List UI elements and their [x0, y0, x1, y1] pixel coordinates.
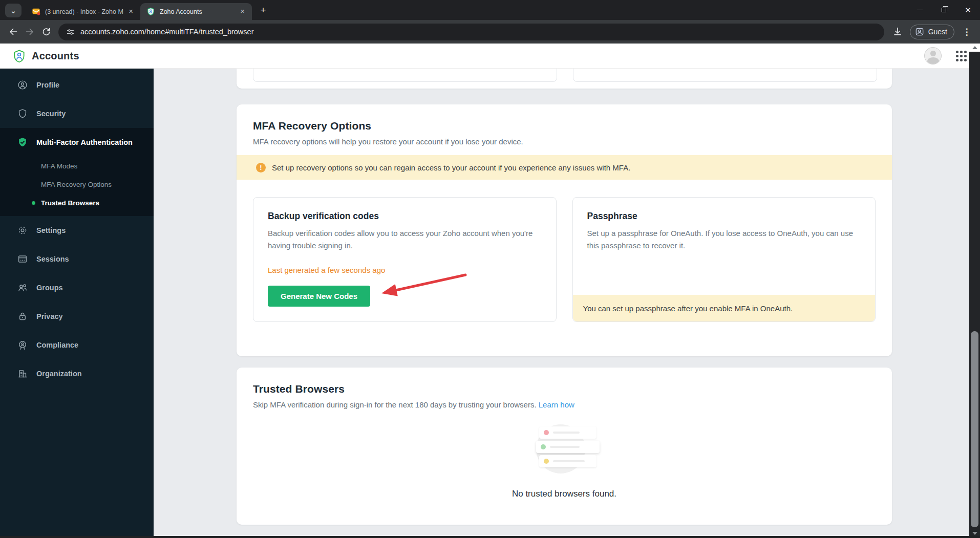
guest-profile-button[interactable]: Guest [910, 25, 954, 39]
window-maximize-button[interactable] [932, 0, 956, 20]
chevron-down-icon: ⌄ [10, 8, 17, 13]
tab-close-icon[interactable]: ✕ [238, 7, 247, 16]
sidebar-mfa-section: Multi-Factor Authentication MFA Modes MF… [0, 128, 154, 216]
forward-button[interactable] [22, 24, 38, 40]
shield-icon [17, 108, 28, 119]
card-title: Backup verification codes [268, 211, 542, 222]
browser-toolbar: accounts.zoho.com/home#multiTFA/trusted_… [0, 20, 980, 44]
page-title: Accounts [32, 50, 79, 62]
downloads-button[interactable] [889, 24, 906, 40]
scroll-down-arrow-icon[interactable] [972, 532, 977, 535]
gear-icon [17, 225, 28, 236]
url-bar[interactable]: accounts.zoho.com/home#multiTFA/trusted_… [58, 24, 884, 40]
sidebar-item-label: Multi-Factor Authentication [36, 138, 133, 146]
app-header: Accounts [0, 44, 980, 69]
card-title: Passphrase [587, 211, 861, 222]
scrolled-card-remnant [237, 69, 892, 89]
apps-grid-icon[interactable] [956, 51, 967, 61]
window-controls: ✕ [908, 0, 980, 20]
sidebar-item-security[interactable]: Security [0, 99, 154, 128]
arrow-left-icon [8, 26, 19, 37]
sidebar-item-label: Privacy [36, 312, 63, 320]
sidebar-item-label: Sessions [36, 255, 69, 263]
sidebar-item-settings[interactable]: Settings [0, 216, 154, 245]
sidebar-item-label: Trusted Browsers [41, 199, 99, 207]
new-tab-button[interactable]: + [256, 3, 270, 17]
generate-new-codes-button[interactable]: Generate New Codes [268, 286, 370, 307]
subtitle-text: Skip MFA verification during sign-in for… [253, 400, 537, 409]
sidebar-item-label: MFA Recovery Options [41, 181, 112, 188]
sidebar-item-mfa-modes[interactable]: MFA Modes [0, 157, 154, 175]
section-title: Trusted Browsers [253, 383, 876, 395]
url-text: accounts.zoho.com/home#multiTFA/trusted_… [80, 28, 253, 36]
empty-state: No trusted browsers found. [237, 423, 892, 499]
page-scrollbar[interactable] [969, 44, 980, 536]
site-settings-icon[interactable] [66, 27, 75, 37]
section-subtitle: Skip MFA verification during sign-in for… [253, 400, 876, 409]
back-button[interactable] [5, 24, 22, 40]
empty-state-text: No trusted browsers found. [237, 489, 892, 499]
mfa-recovery-options-card: MFA Recovery Options MFA recovery option… [237, 104, 892, 356]
sidebar-item-mfa-recovery-options[interactable]: MFA Recovery Options [0, 175, 154, 193]
tab-title: Zoho Accounts [160, 8, 235, 15]
sidebar-item-label: Groups [36, 284, 63, 292]
minimize-icon [917, 10, 923, 11]
tab-zoho-accounts[interactable]: Zoho Accounts ✕ [140, 3, 252, 20]
tab-zoho-mail[interactable]: (3 unread) - Inbox - Zoho Mail ( ✕ [26, 3, 140, 20]
tab-search-button[interactable]: ⌄ [5, 4, 22, 17]
tab-title: (3 unread) - Inbox - Zoho Mail ( [45, 8, 123, 15]
trusted-browsers-card: Trusted Browsers Skip MFA verification d… [237, 368, 892, 525]
card-stub [253, 69, 557, 82]
scrollbar-thumb[interactable] [971, 331, 978, 527]
sidebar-item-trusted-browsers[interactable]: Trusted Browsers [0, 193, 154, 212]
sidebar-item-groups[interactable]: Groups [0, 273, 154, 302]
warning-banner: ! Set up recovery options so you can reg… [237, 155, 892, 180]
user-avatar[interactable] [924, 47, 942, 64]
sidebar-item-label: Organization [36, 370, 82, 378]
sidebar-item-organization[interactable]: Organization [0, 359, 154, 388]
arrow-right-icon [24, 26, 35, 37]
zoho-accounts-logo-icon [12, 49, 26, 63]
browser-menu-button[interactable]: ⋮ [958, 24, 975, 40]
card-stub [573, 69, 877, 82]
passphrase-card: Passphrase Set up a passphrase for OneAu… [572, 197, 876, 322]
card-description: Set up a passphrase for OneAuth. If you … [587, 227, 861, 252]
sidebar-item-sessions[interactable]: Sessions [0, 245, 154, 273]
sidebar-item-compliance[interactable]: Compliance [0, 331, 154, 359]
section-title: MFA Recovery Options [253, 120, 876, 132]
badge-icon [17, 339, 28, 351]
sidebar-item-label: Security [36, 110, 66, 118]
scroll-up-arrow-icon[interactable] [972, 46, 977, 49]
sidebar-item-privacy[interactable]: Privacy [0, 302, 154, 331]
window-minimize-button[interactable] [908, 0, 932, 20]
zoho-mail-favicon-icon [32, 7, 40, 16]
sidebar-item-profile[interactable]: Profile [0, 71, 154, 99]
people-icon [17, 282, 28, 293]
empty-browsers-illustration [526, 423, 603, 475]
backup-verification-codes-card: Backup verification codes Backup verific… [253, 197, 557, 322]
learn-how-link[interactable]: Learn how [539, 400, 574, 409]
sidebar: Profile Security Multi-Factor Authentica… [0, 69, 154, 538]
guest-avatar-icon [914, 27, 925, 37]
reload-icon [41, 27, 52, 37]
download-icon [892, 26, 903, 37]
lock-icon [17, 311, 28, 322]
person-icon [17, 79, 28, 91]
reload-button[interactable] [38, 24, 54, 40]
shield-check-icon [17, 137, 28, 148]
sidebar-item-mfa[interactable]: Multi-Factor Authentication [0, 128, 154, 157]
warning-icon: ! [256, 163, 266, 173]
card-description: Backup verification codes allow you to a… [268, 227, 542, 252]
browser-tab-bar: ⌄ (3 unread) - Inbox - Zoho Mail ( ✕ Zoh… [0, 0, 980, 20]
sidebar-item-label: Compliance [36, 341, 78, 349]
window-close-button[interactable]: ✕ [956, 0, 980, 20]
section-subtitle: MFA recovery options will help you resto… [253, 137, 876, 146]
sidebar-item-label: MFA Modes [41, 162, 77, 170]
sidebar-item-label: Settings [36, 226, 66, 234]
warning-text: Set up recovery options so you can regai… [272, 163, 630, 172]
guest-label: Guest [928, 28, 947, 36]
zoho-accounts-favicon-icon [146, 7, 155, 16]
main-content: MFA Recovery Options MFA recovery option… [154, 69, 969, 536]
restore-icon [942, 8, 946, 12]
tab-close-icon[interactable]: ✕ [126, 7, 135, 16]
